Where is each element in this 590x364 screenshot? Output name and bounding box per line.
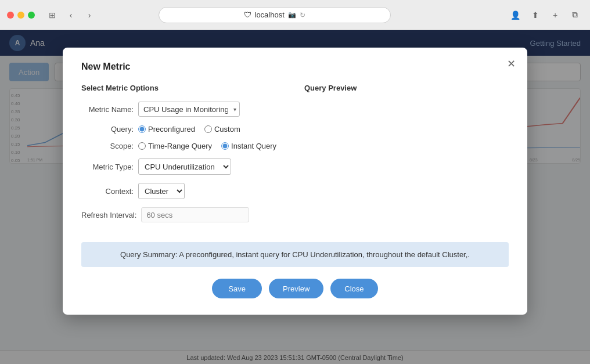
scope-instant-label: Instant Query xyxy=(231,142,276,150)
save-button[interactable]: Save xyxy=(212,279,262,298)
metric-name-label: Metric Name: xyxy=(81,105,134,114)
fullscreen-button[interactable] xyxy=(28,12,35,19)
browser-actions: 👤 ⬆ + ⧉ xyxy=(508,7,583,23)
scope-time-range-radio[interactable] xyxy=(138,142,146,150)
sidebar-toggle-button[interactable]: ⊞ xyxy=(44,7,60,23)
query-summary-text: Query Summary: A preconfigured, instant … xyxy=(120,250,470,259)
account-button[interactable]: 👤 xyxy=(508,7,524,23)
back-button[interactable]: ‹ xyxy=(63,7,79,23)
query-label: Query: xyxy=(81,125,134,134)
modal-overlay: New Metric ✕ Select Metric Options Metri… xyxy=(0,30,590,364)
scope-instant-option[interactable]: Instant Query xyxy=(221,142,276,150)
close-window-button[interactable] xyxy=(7,12,14,19)
context-row: Context: Cluster Namespace Node xyxy=(81,183,286,199)
query-radio-group: Preconfigured Custom xyxy=(138,125,240,134)
forward-button[interactable]: › xyxy=(81,7,98,23)
metric-name-row: Metric Name: ▾ xyxy=(81,102,286,117)
left-section-title: Select Metric Options xyxy=(81,84,286,92)
shield-icon: 🛡 xyxy=(244,10,251,19)
scope-time-range-label: Time-Range Query xyxy=(148,142,212,150)
query-preconfigured-option[interactable]: Preconfigured xyxy=(138,125,195,134)
context-select[interactable]: Cluster Namespace Node xyxy=(138,183,185,199)
scope-label: Scope: xyxy=(81,142,134,150)
modal-close-button[interactable]: ✕ xyxy=(504,57,518,71)
close-button[interactable]: Close xyxy=(330,279,377,298)
modal-title: New Metric xyxy=(81,62,509,72)
metric-name-wrapper: ▾ xyxy=(138,102,240,117)
query-row: Query: Preconfigured Custom xyxy=(81,125,286,134)
share-button[interactable]: ⬆ xyxy=(527,7,544,23)
scope-instant-radio[interactable] xyxy=(221,142,229,150)
modal-dialog: New Metric ✕ Select Metric Options Metri… xyxy=(63,48,527,315)
query-preconfigured-radio[interactable] xyxy=(138,125,146,133)
camera-icon: 📷 xyxy=(288,11,296,19)
reload-icon: ↻ xyxy=(300,11,305,19)
modal-right-section: Query Preview xyxy=(304,84,509,230)
modal-body: Select Metric Options Metric Name: ▾ Que… xyxy=(81,84,509,230)
copy-button[interactable]: ⧉ xyxy=(567,7,583,23)
metric-name-input[interactable] xyxy=(138,102,240,117)
minimize-window-button[interactable] xyxy=(17,12,24,19)
refresh-interval-row: Refresh Interval: xyxy=(81,207,286,222)
context-label: Context: xyxy=(81,187,134,196)
scope-radio-group: Time-Range Query Instant Query xyxy=(138,142,276,150)
query-custom-option[interactable]: Custom xyxy=(204,125,240,134)
browser-controls: ⊞ ‹ › xyxy=(44,7,98,23)
preview-button[interactable]: Preview xyxy=(269,279,323,298)
metric-type-row: Metric Type: CPU Underutilization CPU Ut… xyxy=(81,158,286,175)
modal-footer: Save Preview Close xyxy=(81,279,509,298)
new-tab-button[interactable]: + xyxy=(547,7,563,23)
close-icon: ✕ xyxy=(507,57,516,70)
scope-row: Scope: Time-Range Query Instant Query xyxy=(81,142,286,150)
refresh-label: Refresh Interval: xyxy=(81,211,136,219)
app-container: A Ana Getting Started Action 0.45 0.40 0… xyxy=(0,30,590,364)
browser-chrome: ⊞ ‹ › 🛡 localhost 📷 ↻ 👤 ⬆ + ⧉ xyxy=(0,0,590,30)
metric-type-label: Metric Type: xyxy=(81,163,134,171)
query-custom-radio[interactable] xyxy=(204,125,212,133)
traffic-lights xyxy=(7,12,35,19)
right-section-title: Query Preview xyxy=(304,84,509,92)
refresh-interval-input[interactable] xyxy=(141,207,249,222)
address-text: localhost xyxy=(255,10,285,19)
scope-time-range-option[interactable]: Time-Range Query xyxy=(138,142,212,150)
address-bar[interactable]: 🛡 localhost 📷 ↻ xyxy=(159,7,391,23)
metric-type-select[interactable]: CPU Underutilization CPU Utilization Mem… xyxy=(138,158,231,175)
query-summary: Query Summary: A preconfigured, instant … xyxy=(81,242,509,267)
query-preconfigured-label: Preconfigured xyxy=(148,125,195,134)
query-custom-label: Custom xyxy=(214,125,240,134)
modal-left-section: Select Metric Options Metric Name: ▾ Que… xyxy=(81,84,286,230)
